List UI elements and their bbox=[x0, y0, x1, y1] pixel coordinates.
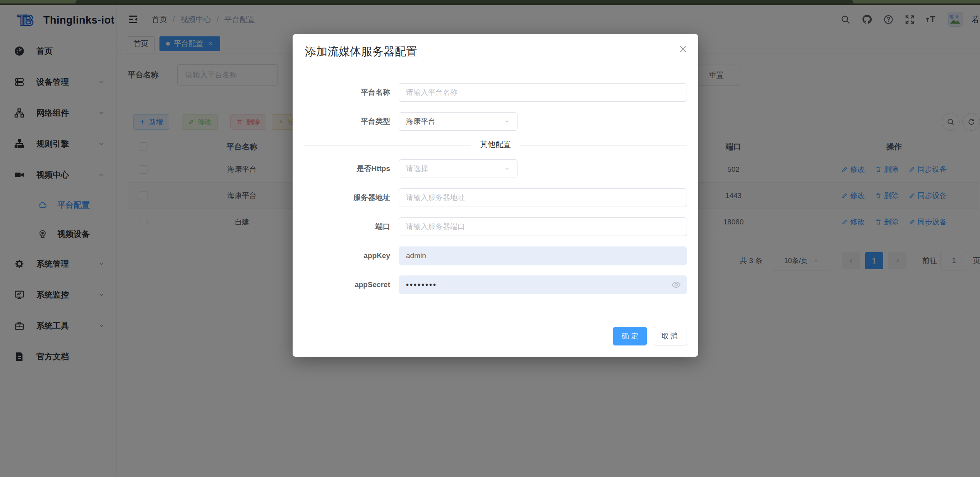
platform-type-select[interactable]: 海康平台 bbox=[399, 112, 517, 131]
https-select[interactable]: 请选择 bbox=[399, 159, 517, 178]
server-port-input[interactable] bbox=[399, 217, 687, 236]
field-label: 平台名称 bbox=[293, 87, 399, 97]
form-row-appkey: appKey bbox=[293, 246, 698, 265]
dialog-close-icon[interactable] bbox=[678, 44, 688, 54]
add-stream-server-dialog: 添加流媒体服务器配置 平台名称 平台类型 海康平台 其他配置 是否Https 请… bbox=[293, 34, 698, 357]
appsecret-input[interactable]: •••••••• bbox=[399, 275, 687, 294]
confirm-button[interactable]: 确 定 bbox=[613, 327, 647, 345]
form-row-platform-type: 平台类型 海康平台 bbox=[293, 112, 698, 131]
form-row-server-addr: 服务器地址 bbox=[293, 188, 698, 207]
cancel-button[interactable]: 取消 bbox=[654, 327, 687, 345]
chevron-down-icon bbox=[504, 166, 510, 172]
field-label: appSecret bbox=[293, 280, 399, 289]
dialog-title: 添加流媒体服务器配置 bbox=[305, 44, 417, 60]
field-label: 服务器地址 bbox=[293, 193, 399, 203]
field-label: appKey bbox=[293, 251, 399, 260]
form-row-appsecret: appSecret •••••••• bbox=[293, 275, 698, 294]
appkey-input[interactable] bbox=[399, 246, 687, 265]
field-label: 平台类型 bbox=[293, 116, 399, 127]
select-placeholder: 请选择 bbox=[406, 164, 428, 174]
eye-icon[interactable] bbox=[671, 280, 681, 290]
masked-password-value: •••••••• bbox=[406, 280, 437, 289]
divider-label: 其他配置 bbox=[471, 139, 520, 150]
platform-name-input[interactable] bbox=[399, 83, 687, 102]
form-row-port: 端口 bbox=[293, 217, 698, 236]
chevron-down-icon bbox=[504, 118, 510, 125]
select-value: 海康平台 bbox=[406, 116, 435, 127]
browser-chrome-strip bbox=[0, 0, 980, 5]
server-address-input[interactable] bbox=[399, 188, 687, 207]
screen: TB Thinglinks-iot 首页 设备管理 bbox=[0, 0, 980, 477]
form-row-https: 是否Https 请选择 bbox=[293, 159, 698, 178]
field-label: 端口 bbox=[293, 222, 399, 232]
field-label: 是否Https bbox=[293, 164, 399, 174]
form-row-platform-name: 平台名称 bbox=[293, 83, 698, 102]
browser-tab-shape bbox=[75, 0, 853, 3]
